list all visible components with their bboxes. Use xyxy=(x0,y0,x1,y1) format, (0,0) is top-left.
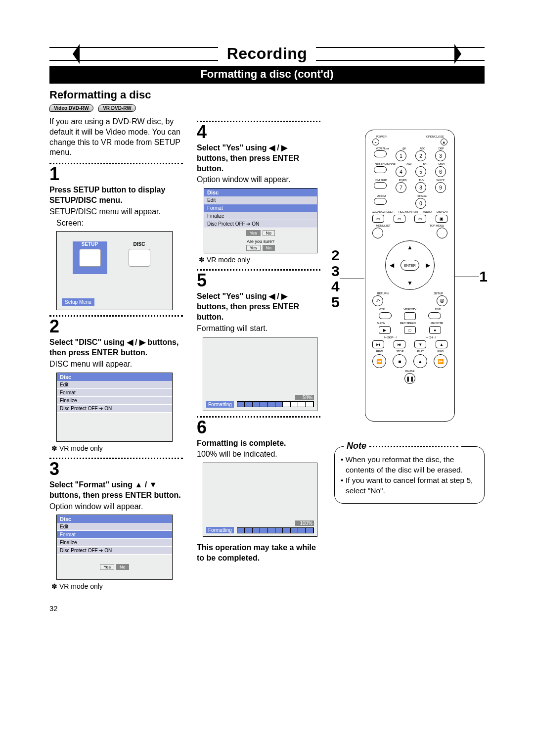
step-6-number: 6 xyxy=(197,419,320,436)
num-0[interactable]: 0 xyxy=(415,198,426,209)
num-7[interactable]: 7 xyxy=(396,182,406,193)
slow-button[interactable]: ▶ xyxy=(379,326,391,334)
down-arrow-icon[interactable]: ▼ xyxy=(407,280,413,286)
ch-up-button[interactable]: ▲ xyxy=(436,340,447,348)
note-item: When you reformat the disc, the contents… xyxy=(341,455,478,475)
screenshot-progress-58: 58% Formatting xyxy=(203,337,317,411)
callout-right: 1 xyxy=(454,268,488,285)
fwd-button[interactable]: ⏩ xyxy=(434,354,447,368)
vcrplus-button[interactable] xyxy=(374,150,387,157)
zoom-button[interactable] xyxy=(374,198,387,205)
subtitle-bar: Formatting a disc (cont'd) xyxy=(49,66,485,84)
step-2-note: ✽ VR mode only xyxy=(51,444,183,453)
step-1-number: 1 xyxy=(49,165,183,183)
num-1[interactable]: 1 xyxy=(396,150,406,161)
setup-button[interactable]: ⦿ xyxy=(437,295,447,306)
step-2-number: 2 xyxy=(49,318,183,335)
step-3-number: 3 xyxy=(49,460,183,478)
step-6-sub: 100% will be indicated. xyxy=(197,449,320,460)
step-4-note: ✽ VR mode only xyxy=(199,255,320,264)
left-arrow-icon[interactable]: ◀ xyxy=(390,262,394,269)
num-2[interactable]: 2 xyxy=(415,150,426,161)
ch-down-button[interactable]: ▼ xyxy=(414,340,426,348)
step-5-title: Select "Yes" using ◀ / ▶ buttons, then p… xyxy=(197,291,320,322)
step-6-title: Formatting is complete. xyxy=(197,438,320,449)
page-title: Recording xyxy=(218,45,316,63)
step-4-sub: Option window will appear. xyxy=(197,175,320,185)
column-right: 2 3 4 5 1 POWEROPEN/CLOSE ▲ VCR Plus+@/:… xyxy=(334,116,485,594)
step-4-number: 4 xyxy=(197,123,320,141)
rec-otr-button[interactable]: ● xyxy=(429,326,441,334)
step-2-title: Select "DISC" using ◀ / ▶ buttons, then … xyxy=(49,337,183,358)
note-box: Note When you reformat the disc, the con… xyxy=(334,446,485,504)
title-ribbon: Recording xyxy=(49,45,485,63)
rec-monitor-button[interactable]: ▭ xyxy=(394,215,405,223)
menu-list-button[interactable] xyxy=(372,228,383,238)
step-3-sub: Option window will appear. xyxy=(49,502,183,512)
badge-video-dvdrw: Video DVD-RW xyxy=(49,104,93,112)
column-left: If you are using a DVD-RW disc, by defau… xyxy=(49,116,183,594)
power-button[interactable] xyxy=(372,139,379,145)
column-middle: 4 Select "Yes" using ◀ / ▶ buttons, then… xyxy=(197,116,320,594)
remote-control: POWEROPEN/CLOSE ▲ VCR Plus+@/:ABCDEF 123… xyxy=(365,130,455,422)
screenshot-confirm: Disc Edit Format Finalize Disc Protect O… xyxy=(204,188,317,253)
callout-left: 2 3 4 5 xyxy=(331,247,364,310)
step-1-title: Press SETUP button to display SETUP/DISC… xyxy=(49,185,183,206)
num-3[interactable]: 3 xyxy=(435,150,446,161)
audio-button[interactable]: ▭ xyxy=(414,215,426,223)
return-button[interactable]: ↶ xyxy=(372,295,383,306)
screenshot-progress-100: 100% Formatting xyxy=(203,463,317,537)
display-button[interactable]: ▣ xyxy=(436,215,447,223)
page-number: 32 xyxy=(49,604,485,613)
note-heading: Note xyxy=(344,441,461,451)
play-button[interactable]: ▲ xyxy=(413,354,427,368)
dvd-button[interactable] xyxy=(428,312,441,319)
num-8[interactable]: 8 xyxy=(415,182,426,193)
pause-button[interactable]: ❚❚ xyxy=(404,373,415,384)
screenshot-disc-menu: Disc Edit Format Finalize Disc Protect O… xyxy=(56,373,173,442)
step-1-screen-label: Screen: xyxy=(56,218,183,229)
step-3-title: Select "Format" using ▲ / ▼ buttons, the… xyxy=(49,480,183,501)
badge-vr-dvdrw: VR DVD-RW xyxy=(98,104,136,112)
note-item: If you want to cancel format at step 5, … xyxy=(341,475,478,496)
search-mode-button[interactable] xyxy=(374,166,387,173)
section-heading: Reformatting a disc xyxy=(49,89,485,101)
screenshot-format-option: Disc Edit Format Finalize Disc Protect O… xyxy=(56,515,173,580)
vcr-button[interactable] xyxy=(379,312,392,319)
nav-ring[interactable]: ▲ ▼ ◀ ▶ ENTER xyxy=(385,240,435,290)
cm-skip-button[interactable] xyxy=(374,182,387,189)
step-4-title: Select "Yes" using ◀ / ▶ buttons, then p… xyxy=(197,143,320,174)
step-3-note: ✽ VR mode only xyxy=(51,582,183,591)
skip-next-button[interactable]: ⏭ xyxy=(394,340,405,348)
step-5-number: 5 xyxy=(197,272,320,289)
num-6[interactable]: 6 xyxy=(435,166,446,177)
up-arrow-icon[interactable]: ▲ xyxy=(407,244,413,251)
top-menu-button[interactable] xyxy=(437,228,447,238)
num-9[interactable]: 9 xyxy=(435,182,446,193)
num-4[interactable]: 4 xyxy=(396,166,406,177)
enter-button[interactable]: ENTER xyxy=(400,260,419,271)
clear-button[interactable]: ▭ xyxy=(372,215,384,223)
warning-text: This operation may take a while to be co… xyxy=(197,543,320,564)
screenshot-setup-menu: SETUP DISC Setup Menu xyxy=(56,231,173,310)
step-5-sub: Formatting will start. xyxy=(197,324,320,334)
intro-text: If you are using a DVD-RW disc, by defau… xyxy=(49,117,183,158)
step-1-sub: SETUP/DISC menu will appear. xyxy=(49,207,183,217)
video-tv-button[interactable] xyxy=(404,312,416,320)
rew-button[interactable]: ⏪ xyxy=(372,354,386,368)
open-close-button[interactable]: ▲ xyxy=(441,139,447,145)
right-arrow-icon[interactable]: ▶ xyxy=(426,262,430,269)
skip-prev-button[interactable]: ⏮ xyxy=(372,340,384,348)
rec-speed-button[interactable]: ▭ xyxy=(404,326,416,334)
step-2-sub: DISC menu will appear. xyxy=(49,359,183,370)
num-5[interactable]: 5 xyxy=(415,166,426,177)
stop-button[interactable]: ■ xyxy=(393,354,406,368)
